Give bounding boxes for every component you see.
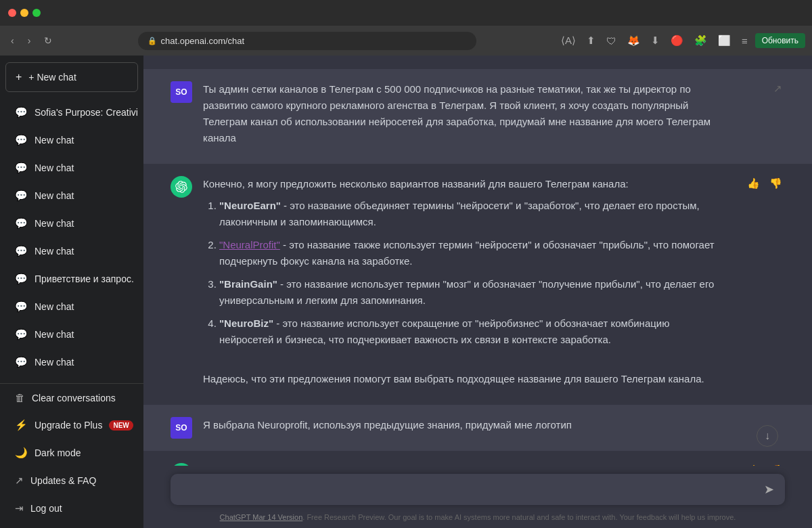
sidebar-item-label: Dark mode — [35, 447, 81, 458]
sidebar-item-new-chat-3[interactable]: 💬 New chat — [5, 182, 138, 209]
sidebar-item-new-chat-7[interactable]: 💬 New chat — [5, 321, 138, 348]
profile-icon[interactable]: 🦊 — [624, 32, 644, 49]
chat-icon: 💬 — [15, 134, 28, 146]
chat-icon: 💬 — [15, 245, 28, 257]
message-actions-4: 👍 👎 — [744, 463, 785, 466]
chat-icon: 💬 — [15, 162, 28, 174]
input-area: ➤ — [143, 466, 812, 509]
sidebar-item-dark-mode[interactable]: 🌙 Dark mode — [5, 439, 138, 466]
new-chat-label: + New chat — [28, 72, 76, 83]
sidebar-item-label: New chat — [35, 190, 74, 201]
footer-text: ChatGPT Mar 14 Version. Free Research Pr… — [143, 509, 812, 528]
sidebar-item-label: Приветствие и запрос. — [35, 273, 134, 284]
gpt-avatar — [171, 176, 192, 198]
sidebar-item-label: Upgrade to Plus — [35, 420, 102, 431]
chat-area: SO Ты админ сетки каналов в Телеграм с 5… — [143, 56, 812, 528]
traffic-lights — [8, 9, 41, 17]
moon-icon: 🌙 — [15, 447, 28, 459]
thumbs-down-btn[interactable]: 👎 — [767, 176, 785, 191]
translate-icon[interactable]: ⟨A⟩ — [558, 32, 579, 49]
sidebar-item-label: Updates & FAQ — [30, 475, 96, 486]
address-text: chat.openai.com/chat — [161, 36, 245, 46]
message-text-3: Я выбрала Neuroprofit, используя предыду… — [203, 417, 717, 439]
list-item-2: "NeuralProfit" - это название также испо… — [219, 237, 717, 269]
user-message-1: SO Ты админ сетки каналов в Телеграм с 5… — [143, 69, 812, 164]
sidebar-item-log-out[interactable]: ⇥ Log out — [5, 495, 138, 522]
titlebar — [0, 0, 812, 26]
footer-description: . Free Research Preview. Our goal is to … — [302, 513, 736, 521]
maximize-button[interactable] — [32, 9, 41, 17]
update-button[interactable]: Обновить — [755, 33, 805, 48]
user-message-2: SO Я выбрала Neuroprofit, используя пред… — [143, 405, 812, 451]
chat-wrapper: SO Ты админ сетки каналов в Телеграм с 5… — [143, 56, 812, 528]
chat-icon: 💬 — [15, 273, 28, 285]
back-button[interactable]: ‹ — [7, 32, 18, 49]
list-item-1: "NeuroEarn" - это название объединяет те… — [219, 198, 717, 230]
forward-button[interactable]: › — [24, 32, 35, 49]
sidebar-item-privetstvie[interactable]: 💬 Приветствие и запрос. — [5, 265, 138, 292]
new-badge: NEW — [109, 420, 133, 431]
sidebar-item-label: New chat — [35, 162, 74, 173]
user-avatar: SO — [171, 81, 192, 103]
message-actions-2: 👍 👎 — [744, 176, 785, 191]
message-text-1: Ты админ сетки каналов в Телеграм с 500 … — [203, 81, 717, 152]
menu-icon[interactable]: ≡ — [738, 33, 751, 49]
sidebar-item-label: New chat — [35, 135, 74, 146]
trash-icon: 🗑 — [15, 392, 25, 403]
sidebar-item-updates-faq[interactable]: ↗ Updates & FAQ — [5, 467, 138, 494]
sidebar-item-label: New chat — [35, 218, 74, 229]
browser-toolbar: ‹ › ↻ 🔒 chat.openai.com/chat ⟨A⟩ ⬆ 🛡 🦊 ⬇… — [0, 26, 812, 56]
sidebar-item-label: Log out — [30, 503, 62, 514]
sidebar-item-label: Clear conversations — [32, 393, 116, 403]
download-icon[interactable]: ⬇ — [648, 32, 663, 49]
chat-icon: 💬 — [15, 356, 28, 368]
minimize-button[interactable] — [20, 9, 28, 17]
sidebar-item-upgrade-plus[interactable]: ⚡ Upgrade to Plus NEW — [5, 412, 138, 439]
sidebar-item-label: New chat — [35, 329, 74, 340]
sidebar-item-new-chat-5[interactable]: 💬 New chat — [5, 238, 138, 265]
sidebar: + + New chat 💬 Sofia's Purpose: Creativi… — [0, 56, 143, 528]
reload-button[interactable]: ↻ — [40, 32, 56, 49]
sidebar-item-sofia-purpose[interactable]: 💬 Sofia's Purpose: Creativity & — [5, 99, 138, 126]
sidebar-item-clear-conversations[interactable]: 🗑 Clear conversations — [5, 384, 138, 411]
sidebar-top: + + New chat 💬 Sofia's Purpose: Creativi… — [0, 56, 143, 383]
sidebar-bottom: 🗑 Clear conversations ⚡ Upgrade to Plus … — [0, 383, 143, 528]
shield-icon[interactable]: 🛡 — [603, 33, 620, 49]
thumbs-up-btn[interactable]: 👍 — [744, 176, 763, 191]
sidebar-item-new-chat-1[interactable]: 💬 New chat — [5, 127, 138, 154]
list-item-4: "NeuroBiz" - это название использует сок… — [219, 315, 717, 348]
user-avatar-2: SO — [171, 417, 192, 439]
send-button[interactable]: ➤ — [763, 481, 775, 498]
browser-actions: ⟨A⟩ ⬆ 🛡 🦊 ⬇ 🔴 🧩 ⬜ ≡ Обновить — [558, 32, 805, 49]
neural-profit-link[interactable]: "NeuralProfit" — [219, 239, 280, 250]
thumbs-up-btn-2[interactable]: 👍 — [744, 463, 763, 466]
message-text-2: Конечно, я могу предложить несколько вар… — [203, 176, 717, 393]
external-link-btn[interactable]: ↗ — [771, 81, 785, 96]
extensions-icon[interactable]: 🧩 — [691, 32, 710, 49]
chat-icon: 💬 — [15, 328, 28, 340]
window-icon[interactable]: ⬜ — [715, 32, 734, 49]
scroll-down-button[interactable]: ↓ — [757, 425, 778, 447]
address-bar[interactable]: 🔒 chat.openai.com/chat — [138, 32, 476, 50]
sidebar-item-new-chat-6[interactable]: 💬 New chat — [5, 293, 138, 320]
plus-icon: + — [16, 71, 22, 83]
external-link-icon: ↗ — [15, 475, 24, 487]
chat-icon: 💬 — [15, 106, 28, 118]
gpt-avatar-2 — [171, 463, 192, 466]
addon-icon[interactable]: 🔴 — [667, 32, 687, 49]
sidebar-item-new-chat-4[interactable]: 💬 New chat — [5, 210, 138, 237]
sidebar-item-label: New chat — [35, 301, 74, 312]
share-icon[interactable]: ⬆ — [583, 32, 599, 49]
sidebar-item-new-chat-8[interactable]: 💬 New chat — [5, 349, 138, 376]
chatgpt-version-link[interactable]: ChatGPT Mar 14 Version — [220, 513, 303, 521]
message-input[interactable] — [180, 482, 756, 498]
lightning-icon: ⚡ — [15, 419, 28, 431]
sidebar-item-new-chat-2[interactable]: 💬 New chat — [5, 154, 138, 181]
chat-icon: 💬 — [15, 217, 28, 229]
logout-icon: ⇥ — [15, 502, 24, 514]
lock-icon: 🔒 — [148, 37, 157, 45]
new-chat-button[interactable]: + + New chat — [5, 62, 138, 92]
input-box: ➤ — [171, 474, 785, 505]
thumbs-down-btn-2[interactable]: 👎 — [767, 463, 785, 466]
close-button[interactable] — [8, 9, 16, 17]
